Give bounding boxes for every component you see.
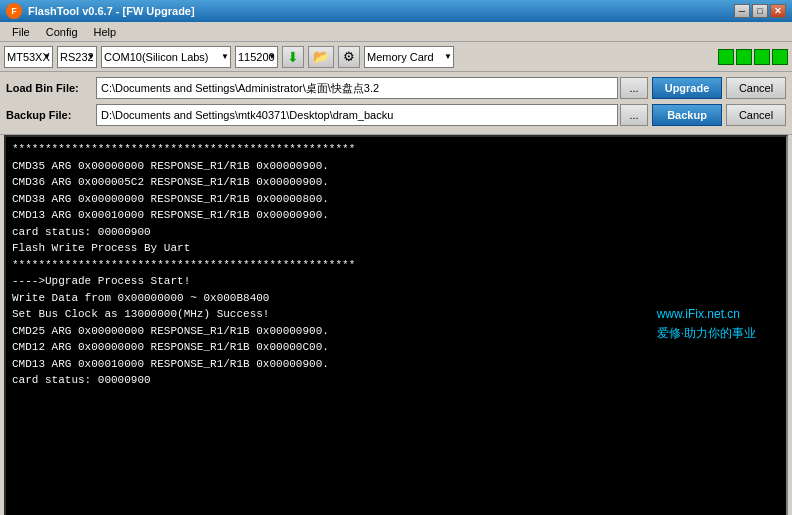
backup-button[interactable]: Backup <box>652 104 722 126</box>
settings-button[interactable]: ⚙ <box>338 46 360 68</box>
menu-file[interactable]: File <box>4 24 38 40</box>
port-select[interactable]: COM10(Silicon Labs) <box>101 46 231 68</box>
window-title: FlashTool v0.6.7 - [FW Upgrade] <box>28 5 195 17</box>
interface-select-wrapper: RS232 ▼ <box>57 46 97 68</box>
download-button[interactable]: ⬇ <box>282 46 304 68</box>
status-indicators <box>718 49 788 65</box>
load-bin-row: Load Bin File: ... Upgrade Cancel <box>6 76 786 100</box>
minimize-button[interactable]: ─ <box>734 4 750 18</box>
port-select-wrapper: COM10(Silicon Labs) ▼ <box>101 46 231 68</box>
maximize-button[interactable]: □ <box>752 4 768 18</box>
chip-select[interactable]: MT53XX <box>4 46 53 68</box>
browse-bin-button[interactable]: ... <box>620 77 648 99</box>
chip-select-wrapper: MT53XX ▼ <box>4 46 53 68</box>
status-indicator-3 <box>754 49 770 65</box>
status-indicator-2 <box>736 49 752 65</box>
main-wrapper: ****************************************… <box>0 135 792 515</box>
interface-select[interactable]: RS232 <box>57 46 97 68</box>
baud-select-wrapper: 115200 ▼ <box>235 46 278 68</box>
title-bar: F FlashTool v0.6.7 - [FW Upgrade] ─ □ ✕ <box>0 0 792 22</box>
status-indicator-4 <box>772 49 788 65</box>
menu-help[interactable]: Help <box>86 24 125 40</box>
status-indicator-1 <box>718 49 734 65</box>
menu-bar: File Config Help <box>0 22 792 42</box>
load-bin-label: Load Bin File: <box>6 82 96 94</box>
title-bar-buttons: ─ □ ✕ <box>734 4 786 18</box>
app-icon-letter: F <box>11 6 17 16</box>
console-output[interactable]: ****************************************… <box>6 137 786 515</box>
baud-select[interactable]: 115200 <box>235 46 278 68</box>
cancel-backup-button[interactable]: Cancel <box>726 104 786 126</box>
backup-file-label: Backup File: <box>6 109 96 121</box>
toolbar: MT53XX ▼ RS232 ▼ COM10(Silicon Labs) ▼ 1… <box>0 42 792 72</box>
open-button[interactable]: 📂 <box>308 46 334 68</box>
upgrade-button[interactable]: Upgrade <box>652 77 722 99</box>
app-icon: F <box>6 3 22 19</box>
memory-select-wrapper: Memory Card ▼ <box>364 46 454 68</box>
menu-config[interactable]: Config <box>38 24 86 40</box>
backup-file-input[interactable] <box>96 104 618 126</box>
title-bar-left: F FlashTool v0.6.7 - [FW Upgrade] <box>6 3 195 19</box>
console-wrapper: ****************************************… <box>4 135 788 515</box>
browse-backup-button[interactable]: ... <box>620 104 648 126</box>
form-area: Load Bin File: ... Upgrade Cancel Backup… <box>0 72 792 135</box>
backup-file-row: Backup File: ... Backup Cancel <box>6 103 786 127</box>
memory-select[interactable]: Memory Card <box>364 46 454 68</box>
load-bin-input[interactable] <box>96 77 618 99</box>
cancel-upgrade-button[interactable]: Cancel <box>726 77 786 99</box>
close-button[interactable]: ✕ <box>770 4 786 18</box>
